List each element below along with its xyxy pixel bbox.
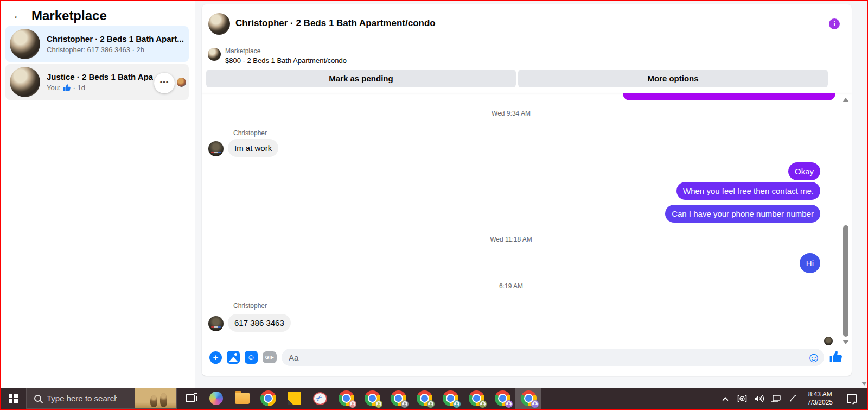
message-bubble-outgoing-partial[interactable] [623, 93, 835, 100]
chat-panel: Christopher · 2 Beds 1 Bath Apartment/co… [202, 4, 852, 376]
message-bubble-outgoing[interactable]: When you feel free then contact me. [676, 182, 820, 200]
chrome-profile-button-4[interactable] [411, 388, 437, 409]
conversation-sidebar: ← Marketplace Christopher · 2 Beds 1 Bat… [1, 1, 195, 388]
folder-icon [235, 393, 250, 404]
clock-time: 8:43 AM [807, 390, 833, 399]
back-icon[interactable]: ← [11, 8, 26, 23]
start-button[interactable] [0, 388, 26, 409]
sender-name: Christopher [233, 129, 267, 137]
snipping-tool-icon: ✂ [313, 392, 327, 405]
message-avatar [208, 141, 224, 156]
browser-page: ← Marketplace Christopher · 2 Beds 1 Bat… [1, 1, 867, 388]
taskbar-clock[interactable]: 8:43 AM 7/3/2025 [803, 390, 837, 407]
chrome-profile-button-5[interactable] [437, 388, 463, 409]
chrome-icon [391, 390, 406, 406]
thumbs-up-send-icon[interactable] [829, 350, 844, 365]
conversation-title: Christopher · 2 Beds 1 Bath Apart... [47, 34, 184, 43]
message-avatar [208, 316, 224, 331]
chrome-icon [365, 390, 380, 406]
sticker-icon[interactable]: ☺ [245, 351, 258, 364]
snippet-text: Christopher: 617 386 3463 · 2h [47, 46, 144, 54]
sidebar-header: ← Marketplace [1, 5, 195, 27]
conversation-title: Justice · 2 Beds 1 Bath Apartme [47, 72, 153, 81]
timestamp: Wed 11:18 AM [202, 236, 820, 243]
search-highlight-image[interactable] [135, 388, 176, 408]
conversation-avatar [10, 67, 40, 97]
conversation-texts: Justice · 2 Beds 1 Bath Apartme You: · 1… [47, 72, 153, 92]
sticker-smiley-glyph: ☺ [245, 351, 258, 363]
gif-icon[interactable]: GIF [263, 351, 277, 363]
taskbar-search[interactable] [26, 388, 177, 409]
system-tray: 8:43 AM 7/3/2025 [719, 388, 868, 409]
taskbar-search-input[interactable] [47, 394, 117, 403]
profile-badge-icon [453, 400, 461, 408]
action-center-button[interactable] [841, 390, 863, 407]
tray-chevron-up-icon[interactable] [719, 390, 732, 407]
volume-icon[interactable] [752, 390, 765, 407]
chat-scrollbar[interactable] [842, 96, 850, 345]
mark-as-pending-button[interactable]: Mark as pending [206, 70, 516, 87]
profile-badge-icon [479, 400, 487, 408]
search-icon [34, 395, 41, 402]
chat-header: Christopher · 2 Beds 1 Bath Apartment/co… [202, 4, 852, 42]
info-icon[interactable]: i [829, 18, 840, 29]
timestamp: 6:19 AM [202, 282, 820, 290]
file-explorer-button[interactable] [229, 388, 255, 409]
message-input[interactable] [282, 349, 824, 366]
page-title: Marketplace [31, 5, 107, 26]
snippet-prefix: You: [47, 84, 61, 92]
chrome-profile-button-3[interactable] [385, 388, 411, 409]
conversation-avatar [10, 29, 40, 59]
conversation-snippet: You: · 1d [47, 84, 153, 92]
message-bubble-incoming[interactable]: 617 386 3463 [228, 314, 291, 332]
chrome-button[interactable] [255, 388, 281, 409]
network-icon[interactable] [769, 390, 782, 407]
sticky-notes-button[interactable] [281, 388, 307, 409]
photos-icon[interactable] [227, 351, 240, 364]
scroll-up-arrow[interactable] [843, 98, 849, 102]
profile-badge-icon [349, 400, 356, 408]
scroll-down-arrow[interactable] [843, 340, 849, 344]
profile-badge-icon [427, 400, 435, 408]
more-options-button[interactable]: More options [518, 70, 828, 87]
conversation-item-christopher[interactable]: Christopher · 2 Beds 1 Bath Apart... Chr… [5, 26, 189, 62]
sender-name: Christopher [233, 302, 267, 310]
chrome-profile-button-2[interactable] [359, 388, 385, 409]
snipping-tool-button[interactable]: ✂ [307, 388, 333, 409]
chrome-icon [469, 390, 484, 406]
chrome-icon [260, 390, 276, 406]
task-view-icon [186, 394, 195, 402]
copilot-button[interactable] [203, 388, 229, 409]
task-view-button[interactable] [177, 388, 203, 409]
message-bubble-incoming[interactable]: Im at work [228, 139, 278, 157]
profile-badge-icon [531, 400, 539, 408]
chrome-icon [521, 390, 537, 406]
chat-avatar[interactable] [208, 13, 230, 35]
scissors-glyph: ✂ [314, 393, 324, 403]
chat-title: Christopher · 2 Beds 1 Bath Apartment/co… [235, 4, 436, 42]
message-input-wrap: ☺ [282, 349, 824, 366]
chrome-icon [495, 390, 510, 406]
meet-now-icon[interactable] [736, 390, 749, 407]
window-scroll-down-arrow[interactable] [861, 382, 867, 386]
conversation-more-button[interactable]: ••• [154, 73, 175, 93]
chrome-profile-button-7[interactable] [489, 388, 515, 409]
clock-date: 7/3/2025 [807, 399, 833, 407]
listing-source: Marketplace [225, 47, 260, 55]
snippet-suffix: · 1d [73, 84, 85, 92]
emoji-icon[interactable]: ☺ [806, 350, 821, 364]
chrome-icon [443, 390, 458, 406]
plus-icon[interactable]: + [209, 351, 222, 364]
windows-taskbar: ✂ 8:43 AM 7/3/2 [0, 388, 868, 409]
message-bubble-outgoing[interactable]: Okay [788, 162, 820, 180]
participant-mini-avatar [177, 78, 186, 87]
scrollbar-thumb[interactable] [843, 225, 848, 337]
chrome-profile-button-8-active[interactable] [515, 388, 541, 409]
sticky-notes-icon [288, 392, 301, 405]
pen-icon[interactable] [786, 390, 799, 407]
message-bubble-outgoing[interactable]: Can I have your phone number number [665, 205, 820, 223]
message-bubble-outgoing[interactable]: Hi [800, 253, 820, 273]
chrome-profile-button-6[interactable] [463, 388, 489, 409]
chrome-profile-button-1[interactable] [333, 388, 359, 409]
conversation-texts: Christopher · 2 Beds 1 Bath Apart... Chr… [47, 34, 184, 54]
